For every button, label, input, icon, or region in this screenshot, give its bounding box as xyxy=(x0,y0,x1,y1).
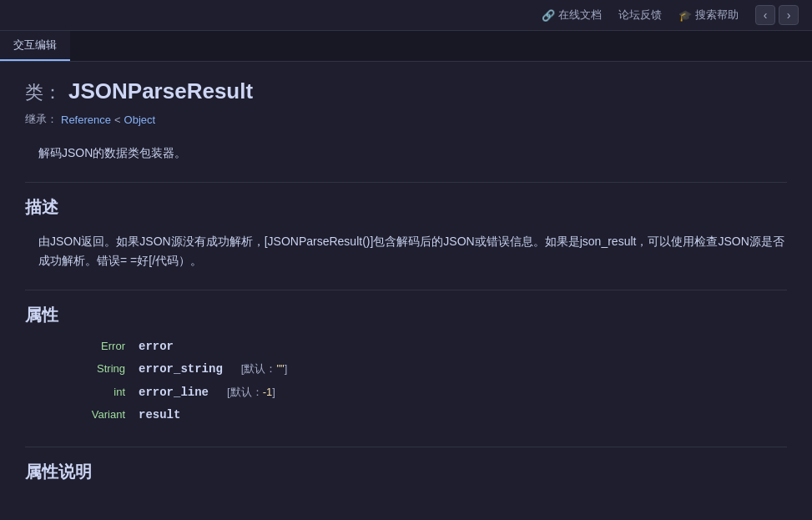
search-help-label: 搜索帮助 xyxy=(695,8,739,23)
forum-label: 论坛反馈 xyxy=(618,8,662,23)
long-description: 由JSON返回。如果JSON源没有成功解析，[JSONParseResult()… xyxy=(25,232,787,270)
short-desc-text: 解码JSON的数据类包装器。 xyxy=(25,144,787,162)
school-icon: 🎓 xyxy=(678,9,692,22)
reference-link[interactable]: Reference xyxy=(61,114,111,126)
property-type-result: Variant xyxy=(25,408,125,421)
search-help-link[interactable]: 🎓 搜索帮助 xyxy=(678,8,739,23)
class-title: 类： JSONParseResult xyxy=(25,78,787,105)
property-row-error-line: int error_line [默认：-1] xyxy=(25,385,787,400)
forum-link[interactable]: 论坛反馈 xyxy=(618,8,662,23)
nav-arrows: ‹ › xyxy=(755,5,799,25)
property-type-error-line: int xyxy=(25,386,125,398)
property-name-result[interactable]: result xyxy=(139,408,180,422)
property-default-error-string: [默认：""] xyxy=(241,361,287,376)
prev-arrow[interactable]: ‹ xyxy=(755,5,775,25)
inheritance: 继承： Reference < Object xyxy=(25,112,787,127)
object-link[interactable]: Object xyxy=(124,114,156,126)
online-doc-link[interactable]: 🔗 在线文档 xyxy=(542,8,602,23)
property-name-error-string[interactable]: error_string xyxy=(139,362,223,376)
divider-3 xyxy=(25,447,787,447)
divider-1 xyxy=(25,182,787,183)
divider-2 xyxy=(25,290,787,290)
property-row-error: Error error xyxy=(25,340,787,353)
top-nav: 🔗 在线文档 论坛反馈 🎓 搜索帮助 ‹ › xyxy=(0,0,812,31)
online-doc-label: 在线文档 xyxy=(558,8,602,23)
class-name: JSONParseResult xyxy=(68,78,253,104)
property-default-error-line: [默认：-1] xyxy=(227,385,275,400)
next-arrow[interactable]: › xyxy=(779,5,799,25)
property-name-error-line[interactable]: error_line xyxy=(139,386,209,399)
property-type-error-string: String xyxy=(25,362,125,375)
property-row-error-string: String error_string [默认：""] xyxy=(25,361,787,376)
tab-interactive-edit[interactable]: 交互编辑 xyxy=(0,31,70,61)
properties-section: 属性 Error error String error_string [默认："… xyxy=(25,304,787,422)
attributes-heading: 属性 xyxy=(25,304,787,326)
property-row-result: Variant result xyxy=(25,408,787,422)
main-content: 类： JSONParseResult 继承： Reference < Objec… xyxy=(0,62,812,520)
long-desc-text: 由JSON返回。如果JSON源没有成功解析，[JSONParseResult()… xyxy=(25,232,787,270)
class-label: 类： xyxy=(25,80,62,105)
short-description: 解码JSON的数据类包装器。 xyxy=(25,144,787,162)
attribute-desc-heading: 属性说明 xyxy=(25,461,787,483)
inheritance-label: 继承： xyxy=(25,112,58,127)
tab-bar: 交互编辑 xyxy=(0,31,812,62)
property-name-error[interactable]: error xyxy=(139,340,174,353)
description-heading: 描述 xyxy=(25,196,787,219)
property-type-error: Error xyxy=(25,340,125,352)
link-icon: 🔗 xyxy=(542,9,555,22)
inheritance-separator: < xyxy=(114,114,121,126)
